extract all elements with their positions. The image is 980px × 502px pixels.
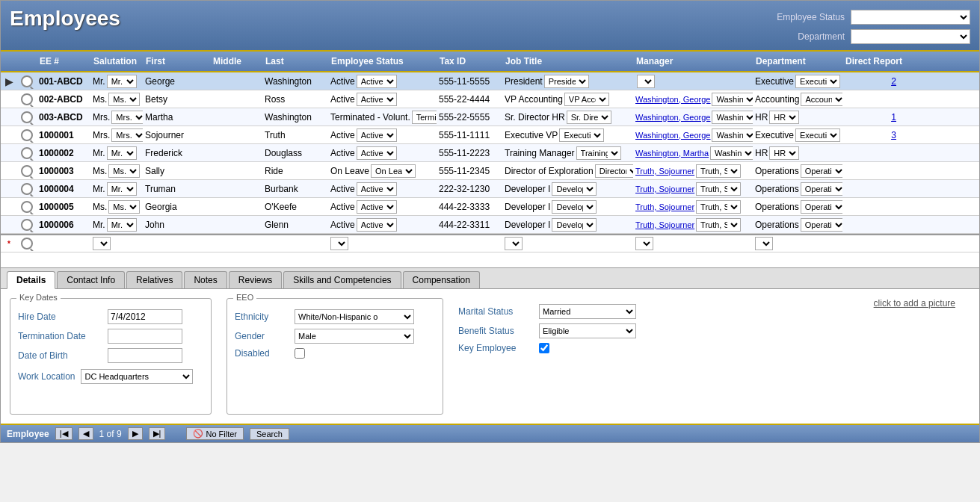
manager-select[interactable]: Truth, Sojourner — [696, 164, 741, 178]
emp-status-select[interactable]: Terminated - Volunt. — [412, 111, 437, 124]
dept-select[interactable]: Executive — [795, 128, 840, 142]
dept-select[interactable]: Operations — [801, 182, 842, 196]
job-title-select[interactable]: VP Accounting — [564, 93, 609, 106]
search-icon[interactable] — [21, 219, 33, 231]
direct-reports[interactable]: 2 — [842, 75, 902, 88]
manager-select[interactable]: Washington, Martha — [710, 146, 753, 160]
table-row[interactable]: 002-ABCD Ms. Ms. Betsy Ross Active Activ… — [1, 90, 979, 108]
salutation-select[interactable]: Ms. — [108, 93, 140, 106]
emp-status-select[interactable]: Active — [357, 218, 397, 232]
table-row[interactable]: 1000005 Ms. Ms. Georgia O'Keefe Active A… — [1, 198, 979, 216]
tab-contact-info[interactable]: Contact Info — [57, 271, 125, 288]
manager-link[interactable]: Washington, George — [635, 113, 710, 122]
manager-select[interactable]: Truth, Sojourner — [696, 218, 741, 232]
job-title-select[interactable]: Training Manager — [576, 146, 621, 160]
manager-link[interactable]: Washington, George — [635, 95, 710, 104]
ethnicity-select[interactable]: White/Non-Hispanic o — [295, 309, 414, 324]
new-manager-select[interactable] — [635, 237, 653, 250]
direct-reports[interactable]: 1 — [842, 111, 902, 124]
manager-link[interactable]: Truth, Sojourner — [635, 167, 694, 176]
dept-select[interactable]: HR — [769, 111, 799, 124]
emp-status-select[interactable]: Active — [357, 146, 397, 160]
search-icon[interactable] — [21, 129, 33, 141]
dept-select[interactable]: HR — [769, 146, 799, 160]
search-icon[interactable] — [21, 93, 33, 105]
manager-select[interactable]: Truth, Sojourner — [696, 182, 741, 196]
search-cell[interactable] — [17, 146, 37, 161]
hire-date-input[interactable] — [108, 309, 182, 324]
tab-details[interactable]: Details — [7, 271, 55, 289]
tab-reviews[interactable]: Reviews — [229, 271, 282, 288]
search-icon[interactable] — [21, 183, 33, 195]
new-table-row[interactable]: * — [1, 234, 979, 252]
new-salutation-select[interactable] — [93, 237, 111, 250]
new-jobtitle-select[interactable] — [505, 237, 523, 250]
direct-reports[interactable]: 3 — [842, 128, 902, 142]
search-icon[interactable] — [21, 201, 33, 213]
search-cell[interactable] — [17, 164, 37, 179]
manager-select[interactable]: Washington, George — [712, 111, 753, 124]
search-icon[interactable] — [21, 111, 33, 123]
job-title-select[interactable]: Sr. Director HR — [567, 111, 611, 124]
manager-link[interactable]: Truth, Sojourner — [635, 185, 694, 193]
search-cell[interactable] — [17, 128, 37, 143]
new-dept-select[interactable] — [755, 237, 773, 250]
dept-select[interactable]: Accounting — [801, 93, 842, 106]
emp-status-select[interactable]: Active — [357, 75, 397, 88]
nav-next-button[interactable]: ▶ — [128, 427, 143, 440]
job-title-select[interactable]: Director of Exploration — [595, 164, 633, 178]
emp-status-select[interactable]: On Leave — [371, 164, 416, 178]
dept-select[interactable]: Operations — [801, 218, 842, 232]
salutation-select[interactable]: Mr. — [107, 182, 137, 196]
search-cell[interactable] — [17, 92, 37, 107]
emp-status-select[interactable]: Active — [357, 182, 397, 196]
manager-select[interactable]: Truth, Sojourner — [696, 200, 741, 214]
filter-button[interactable]: 🚫 No Filter — [186, 427, 244, 440]
job-title-select[interactable]: Developer I — [552, 200, 597, 214]
disabled-checkbox[interactable] — [295, 348, 305, 359]
nav-prev-button[interactable]: ◀ — [78, 427, 93, 440]
tab-compensation[interactable]: Compensation — [403, 271, 480, 288]
marital-status-select[interactable]: Married — [539, 304, 636, 319]
salutation-select[interactable]: Mr. — [107, 146, 137, 160]
benefit-status-select[interactable]: Eligible — [539, 323, 636, 338]
table-row[interactable]: 003-ABCD Mrs. Mrs. Martha Washington Ter… — [1, 108, 979, 126]
emp-status-select[interactable]: Active — [357, 93, 397, 106]
salutation-select[interactable]: Mrs. — [111, 128, 143, 142]
table-row[interactable]: 1000001 Mrs. Mrs. Sojourner Truth Active… — [1, 126, 979, 144]
tab-notes[interactable]: Notes — [184, 271, 226, 288]
search-button[interactable]: Search — [250, 428, 289, 440]
job-title-select[interactable]: Developer I — [552, 182, 597, 196]
new-search-cell[interactable] — [17, 236, 37, 251]
job-title-select[interactable]: Executive VP — [559, 128, 604, 142]
manager-link[interactable]: Truth, Sojourner — [635, 220, 694, 229]
tab-skills[interactable]: Skills and Competencies — [283, 271, 401, 288]
job-title-select[interactable]: President — [544, 75, 589, 88]
table-row[interactable]: 1000004 Mr. Mr. Truman Burbank Active Ac… — [1, 180, 979, 198]
salutation-select[interactable]: Mrs. — [111, 111, 143, 124]
salutation-select[interactable]: Mr. — [107, 218, 137, 232]
dept-select[interactable]: Executive — [795, 75, 840, 88]
search-cell[interactable] — [17, 110, 37, 125]
job-title-select[interactable]: Developer I — [552, 218, 597, 232]
work-location-select[interactable]: DC Headquarters — [81, 369, 193, 384]
search-icon[interactable] — [21, 147, 33, 159]
salutation-select[interactable]: Ms. — [108, 164, 140, 178]
table-row[interactable]: 1000006 Mr. Mr. John Glenn Active Active… — [1, 216, 979, 234]
dob-input[interactable] — [108, 348, 182, 363]
dept-select[interactable]: Operations — [801, 200, 842, 214]
search-cell[interactable] — [17, 182, 37, 196]
table-row[interactable]: ▶ 001-ABCD Mr. Mr. George Washington Act… — [1, 72, 979, 90]
search-cell[interactable] — [17, 199, 37, 214]
search-icon[interactable] — [21, 238, 33, 250]
salutation-select[interactable]: Ms. — [108, 200, 140, 214]
manager-link[interactable]: Washington, Martha — [635, 149, 709, 158]
manager-link[interactable]: Washington, George — [635, 131, 710, 140]
manager-select[interactable]: Washington, George — [712, 128, 753, 142]
table-row[interactable]: 1000003 Ms. Ms. Sally Ride On Leave On L… — [1, 162, 979, 180]
table-row[interactable]: 1000002 Mr. Mr. Frederick Douglass Activ… — [1, 144, 979, 162]
department-select[interactable] — [851, 29, 970, 44]
manager-link[interactable]: Truth, Sojourner — [635, 202, 694, 211]
search-cell[interactable] — [17, 74, 37, 89]
tab-relatives[interactable]: Relatives — [126, 271, 182, 288]
